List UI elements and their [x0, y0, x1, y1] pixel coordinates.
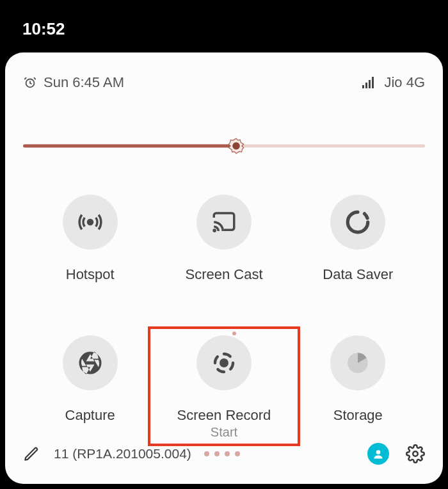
footer-bar: 11 (RP1A.201005.004)	[23, 443, 425, 465]
tile-label: Screen Cast	[185, 266, 262, 283]
quick-settings-panel: Sun 6:45 AM Jio 4G	[5, 52, 443, 484]
signal-icon	[362, 77, 374, 88]
record-icon	[211, 349, 237, 376]
tile-sublabel: Start	[211, 425, 237, 440]
svg-point-1	[232, 142, 240, 150]
page-indicator[interactable]	[204, 451, 240, 456]
hotspot-icon	[77, 209, 104, 236]
tile-screen-record[interactable]: Screen Record Start	[157, 335, 291, 440]
data-saver-icon	[344, 209, 371, 236]
tile-label: Storage	[333, 407, 383, 424]
alarm-time-text: Sun 6:45 AM	[44, 74, 124, 91]
tile-hotspot[interactable]: Hotspot	[23, 195, 157, 283]
carrier-text: Jio 4G	[384, 74, 425, 91]
profile-icon[interactable]	[367, 443, 389, 465]
device-frame: 10:52 Sun 6:45 AM Jio 4G	[0, 0, 448, 489]
build-text: 11 (RP1A.201005.004)	[54, 446, 191, 461]
indicator-dot	[232, 332, 236, 335]
tile-screen-cast[interactable]: Screen Cast	[157, 195, 291, 283]
tile-storage[interactable]: Storage	[291, 335, 425, 440]
edit-icon[interactable]	[23, 445, 40, 462]
tile-label: Hotspot	[66, 266, 115, 283]
aperture-icon	[77, 349, 104, 376]
storage-icon	[344, 349, 371, 376]
svg-point-3	[214, 230, 215, 231]
tile-label: Capture	[65, 407, 115, 424]
tile-capture[interactable]: Capture	[23, 335, 157, 440]
svg-point-6	[376, 450, 381, 454]
status-bar: Sun 6:45 AM Jio 4G	[23, 74, 425, 91]
svg-point-7	[413, 451, 418, 456]
settings-icon[interactable]	[406, 444, 425, 463]
cast-icon	[211, 209, 237, 236]
svg-point-2	[88, 220, 92, 225]
tile-label: Data Saver	[323, 266, 393, 283]
brightness-slider[interactable]	[23, 136, 425, 156]
alarm-icon	[23, 76, 37, 90]
svg-point-4	[220, 358, 228, 367]
tile-data-saver[interactable]: Data Saver	[291, 195, 425, 283]
tile-label: Screen Record	[177, 407, 271, 424]
device-clock: 10:52	[22, 19, 65, 39]
